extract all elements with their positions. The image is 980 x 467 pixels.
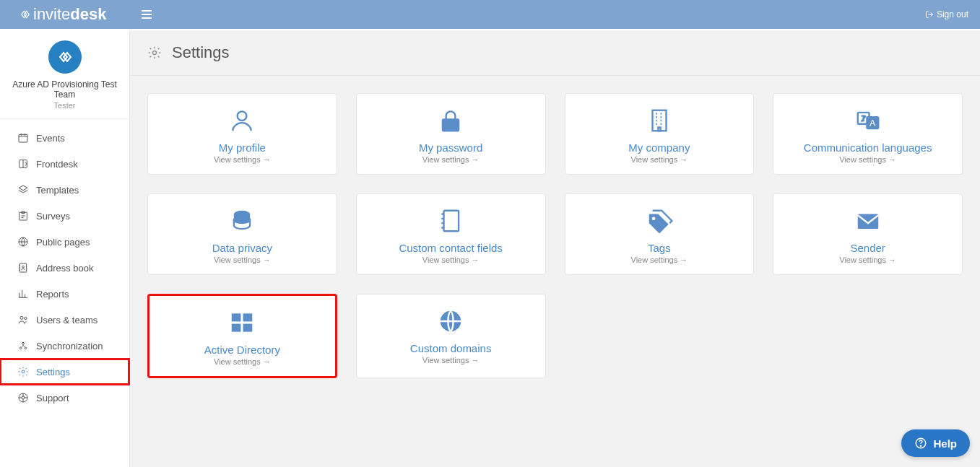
sidebar-item-frontdesk[interactable]: Frontdesk (0, 151, 129, 177)
card-my-password[interactable]: My password View settings → (356, 93, 546, 175)
card-title: Data privacy (212, 242, 272, 254)
globe-icon (17, 236, 29, 248)
settings-grid: My profile View settings → My password V… (130, 76, 980, 396)
sidebar-item-label: Templates (36, 185, 79, 196)
card-title: Active Directory (204, 344, 280, 356)
card-title: My password (419, 141, 482, 154)
gear-icon (147, 45, 162, 60)
org-avatar (48, 40, 82, 74)
globe-solid-icon (437, 305, 464, 338)
sidebar-item-label: Synchronization (36, 341, 103, 352)
card-title: Communication languages (804, 141, 932, 154)
sync-icon (17, 340, 29, 352)
card-sender[interactable]: Sender View settings → (773, 193, 963, 275)
lock-icon (437, 104, 464, 137)
frontdesk-icon (17, 158, 29, 170)
svg-point-14 (153, 51, 157, 55)
svg-point-24 (652, 217, 656, 220)
card-sub: View settings → (631, 256, 688, 264)
svg-rect-25 (857, 214, 878, 230)
svg-point-15 (238, 111, 247, 121)
sidebar-item-public-pages[interactable]: Public pages (0, 229, 129, 255)
signout-button[interactable]: Sign out (925, 9, 968, 19)
svg-point-6 (20, 316, 23, 319)
sidebar-item-users-teams[interactable]: Users & teams (0, 307, 129, 333)
sidebar-item-label: Surveys (36, 211, 70, 222)
reports-icon (17, 288, 29, 300)
help-button[interactable]: Help (901, 429, 970, 457)
sidebar-item-label: Public pages (36, 237, 90, 248)
sidebar-item-surveys[interactable]: Surveys (0, 203, 129, 229)
card-sub: View settings → (422, 155, 480, 164)
card-data-privacy[interactable]: Data privacy View settings → (147, 193, 337, 275)
gear-icon (17, 366, 29, 377)
svg-rect-26 (232, 313, 241, 321)
sidebar-item-address-book[interactable]: Address book (0, 255, 129, 281)
sidebar-item-support[interactable]: Support (0, 385, 129, 411)
sidebar-item-templates[interactable]: Templates (0, 177, 129, 203)
card-sub: View settings → (839, 155, 896, 164)
help-icon (914, 437, 927, 450)
main-content: Settings My profile View settings → My p… (130, 30, 980, 467)
svg-point-13 (22, 396, 25, 399)
org-avatar-icon (56, 48, 74, 66)
svg-point-9 (25, 347, 27, 349)
card-title: My company (628, 141, 690, 154)
card-active-directory[interactable]: Active Directory View settings → (147, 294, 337, 378)
tags-icon (646, 204, 673, 237)
svg-rect-27 (243, 313, 253, 321)
sidebar-item-synchronization[interactable]: Synchronization (0, 333, 129, 359)
svg-point-5 (22, 266, 25, 268)
card-title: Custom domains (410, 342, 492, 354)
windows-icon (228, 306, 256, 339)
language-icon: A (854, 104, 882, 137)
card-communication-languages[interactable]: A Communication languages View settings … (773, 93, 963, 175)
org-role: Tester (4, 101, 125, 110)
card-sub: View settings → (214, 155, 271, 164)
profile-icon (228, 104, 256, 137)
svg-point-11 (22, 370, 25, 373)
page-header: Settings (130, 30, 980, 76)
sidebar-item-label: Events (36, 133, 65, 144)
card-title: Sender (850, 242, 885, 254)
card-sub: View settings → (214, 256, 271, 264)
sidebar: Azure AD Provisioning Test Team Tester E… (0, 30, 130, 467)
card-title: Custom contact fields (399, 242, 502, 254)
sidebar-item-label: Frontdesk (36, 159, 78, 170)
card-sub: View settings → (422, 356, 480, 365)
brand-logo[interactable]: invitedesk (0, 5, 130, 24)
signout-label: Sign out (937, 9, 968, 19)
envelope-icon (854, 204, 882, 237)
layout: Azure AD Provisioning Test Team Tester E… (0, 0, 980, 467)
help-label: Help (933, 437, 957, 450)
card-custom-domains[interactable]: Custom domains View settings → (356, 294, 546, 378)
svg-text:A: A (870, 118, 876, 128)
svg-rect-29 (243, 324, 253, 332)
org-block: Azure AD Provisioning Test Team Tester (0, 30, 129, 119)
signout-icon (925, 10, 934, 19)
svg-rect-16 (443, 119, 459, 131)
sidebar-item-label: Support (36, 393, 69, 403)
svg-point-7 (25, 317, 27, 319)
users-icon (17, 314, 29, 326)
card-sub: View settings → (214, 357, 271, 366)
svg-point-8 (19, 347, 22, 349)
menu-toggle-button[interactable] (142, 10, 152, 19)
sidebar-item-reports[interactable]: Reports (0, 281, 129, 307)
card-title: My profile (219, 141, 266, 154)
support-icon (17, 392, 29, 403)
card-custom-contact-fields[interactable]: Custom contact fields View settings → (356, 193, 546, 275)
svg-point-10 (22, 342, 25, 344)
topbar: invitedesk Sign out (0, 0, 980, 29)
templates-icon (17, 184, 29, 196)
card-tags[interactable]: Tags View settings → (565, 193, 755, 275)
brand-logo-icon (20, 9, 30, 19)
svg-rect-28 (232, 324, 241, 332)
card-sub: View settings → (422, 256, 480, 264)
card-my-company[interactable]: My company View settings → (565, 93, 755, 175)
sidebar-item-settings[interactable]: Settings (0, 359, 129, 385)
card-my-profile[interactable]: My profile View settings → (147, 93, 337, 175)
sidebar-item-events[interactable]: Events (0, 125, 129, 151)
building-icon (646, 104, 673, 137)
brand-name-light: invite (33, 5, 70, 24)
